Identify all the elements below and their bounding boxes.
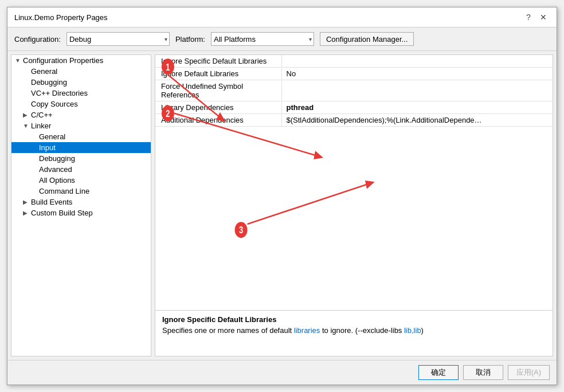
description-text-middle: to ignore. (--exclude-libs [320, 326, 404, 335]
sidebar-item-linker-advanced[interactable]: Advanced [11, 164, 151, 175]
apply-button[interactable]: 应用(A) [508, 365, 550, 380]
sidebar-item-linker-general[interactable]: General [11, 131, 151, 142]
title-bar: Linux.Demo Property Pages ? ✕ [7, 7, 557, 28]
footer: 确定 取消 应用(A) [7, 360, 557, 385]
prop-label-additional-deps: Additional Dependencies [155, 114, 281, 127]
platform-select-wrapper[interactable]: All Platforms x64 x86 [211, 32, 314, 46]
sidebar-tree: ▼ Configuration Properties General Debug… [11, 54, 151, 356]
dialog-window: Linux.Demo Property Pages ? ✕ Configurat… [7, 7, 557, 385]
config-label: Configuration: [14, 35, 61, 44]
window-title: Linux.Demo Property Pages [14, 13, 108, 22]
description-title: Ignore Specific Default Libraries [162, 315, 546, 324]
sidebar-label-linker-all-options: All Options [39, 176, 75, 185]
expand-icon-cpp: ▶ [23, 112, 31, 118]
description-link-libraries[interactable]: libraries [294, 326, 320, 335]
table-row[interactable]: Ignore Default Libraries No [155, 68, 553, 80]
sidebar-label-debugging-top: Debugging [31, 78, 67, 87]
sidebar-item-linker-cmdline[interactable]: Command Line [11, 186, 151, 197]
svg-text:3: 3 [239, 225, 243, 236]
sidebar-label-linker: Linker [31, 121, 51, 130]
sidebar-item-copy-sources[interactable]: Copy Sources [11, 99, 151, 109]
prop-value-additional-deps: $(StlAdditionalDependencies);%(Link.Addi… [281, 114, 553, 127]
expand-icon-build-events: ▶ [23, 199, 31, 205]
sidebar-label-linker-cmdline: Command Line [39, 187, 89, 195]
ok-button[interactable]: 确定 [418, 365, 459, 380]
sidebar-item-linker-input[interactable]: Input [11, 142, 151, 153]
platform-label: Platform: [175, 35, 205, 44]
config-select-wrapper[interactable]: Debug Release [66, 32, 170, 46]
sidebar-label-linker-general: General [39, 132, 65, 141]
sidebar-label-linker-debugging: Debugging [39, 154, 75, 163]
sidebar-item-general[interactable]: General [11, 66, 151, 77]
sidebar-item-build-events[interactable]: ▶ Build Events [11, 197, 151, 207]
title-bar-buttons: ? ✕ [522, 11, 550, 23]
description-text-before: Specifies one or more names of default [162, 326, 294, 335]
description-text: Specifies one or more names of default l… [162, 326, 546, 335]
description-link-liblib[interactable]: lib,lib [404, 326, 421, 335]
sidebar-label-vc-dirs: VC++ Directories [31, 89, 88, 97]
prop-label-ignore-default: Ignore Default Libraries [155, 68, 281, 80]
expand-icon-linker: ▼ [23, 123, 31, 129]
sidebar-label-custom-build: Custom Build Step [31, 209, 93, 217]
sidebar-label-general: General [31, 67, 57, 76]
sidebar-item-cpp[interactable]: ▶ C/C++ [11, 109, 151, 120]
sidebar-label-copy-sources: Copy Sources [31, 100, 78, 108]
sidebar-label-config-props: Configuration Properties [23, 56, 103, 65]
prop-value-force-undef [281, 80, 553, 101]
prop-label-lib-deps: Library Dependencies [155, 101, 281, 114]
help-button[interactable]: ? [522, 11, 535, 23]
svg-line-8 [248, 183, 373, 224]
table-row[interactable]: Additional Dependencies $(StlAdditionalD… [155, 114, 553, 127]
expand-icon-config-props: ▼ [15, 57, 23, 64]
expand-icon-custom-build: ▶ [23, 210, 31, 216]
sidebar-item-linker[interactable]: ▼ Linker [11, 120, 151, 131]
sidebar-label-cpp: C/C++ [31, 111, 53, 119]
sidebar-label-linker-advanced: Advanced [39, 165, 72, 174]
description-box: Ignore Specific Default Libraries Specif… [155, 311, 553, 356]
sidebar-item-vc-dirs[interactable]: VC++ Directories [11, 88, 151, 99]
platform-select[interactable]: All Platforms x64 x86 [211, 32, 314, 46]
properties-table: Ignore Specific Default Libraries Ignore… [155, 55, 553, 127]
table-row[interactable]: Ignore Specific Default Libraries [155, 55, 553, 68]
table-row[interactable]: Force Undefined Symbol References [155, 80, 553, 101]
prop-value-lib-deps: pthread [281, 101, 553, 114]
svg-point-6 [235, 222, 248, 238]
prop-value-ignore-default: No [281, 68, 553, 80]
description-text-after: ) [421, 326, 424, 335]
sidebar-item-linker-debugging[interactable]: Debugging [11, 153, 151, 164]
prop-label-ignore-specific: Ignore Specific Default Libraries [155, 55, 281, 68]
properties-area: Ignore Specific Default Libraries Ignore… [155, 54, 553, 311]
sidebar-item-debugging-top[interactable]: Debugging [11, 77, 151, 88]
sidebar-label-linker-input: Input [39, 143, 56, 152]
cancel-button[interactable]: 取消 [463, 365, 503, 380]
prop-label-force-undef: Force Undefined Symbol References [155, 80, 281, 101]
sidebar-item-linker-all-options[interactable]: All Options [11, 175, 151, 186]
close-button[interactable]: ✕ [537, 11, 550, 23]
sidebar-label-build-events: Build Events [31, 198, 72, 206]
main-content: ▼ Configuration Properties General Debug… [7, 51, 557, 360]
table-row[interactable]: Library Dependencies pthread [155, 101, 553, 114]
right-panel: Ignore Specific Default Libraries Ignore… [155, 54, 553, 356]
toolbar: Configuration: Debug Release Platform: A… [7, 28, 557, 51]
prop-value-ignore-specific [281, 55, 553, 68]
sidebar-item-custom-build[interactable]: ▶ Custom Build Step [11, 207, 151, 218]
config-manager-button[interactable]: Configuration Manager... [320, 32, 414, 46]
sidebar-item-config-props[interactable]: ▼ Configuration Properties [11, 55, 151, 66]
config-select[interactable]: Debug Release [66, 32, 170, 46]
